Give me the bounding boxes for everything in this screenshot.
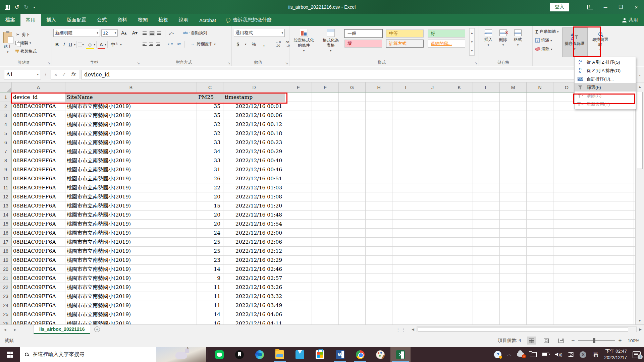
select-all-corner[interactable] bbox=[0, 82, 12, 93]
format-cells-button[interactable]: 格式▾ bbox=[512, 28, 524, 48]
row-header-17[interactable]: 17 bbox=[0, 238, 12, 246]
row-header-9[interactable]: 9 bbox=[0, 165, 12, 174]
column-header-E[interactable]: E bbox=[285, 82, 312, 93]
wrap-text-button[interactable]: ab↩ 自動換列 bbox=[182, 29, 209, 37]
font-name-combo[interactable]: 新細明體▾ bbox=[53, 29, 100, 37]
cell[interactable]: 35 bbox=[197, 111, 223, 120]
taskbar-search-box[interactable]: 在這裡輸入文字來搜尋 bbox=[20, 347, 156, 362]
cell[interactable]: 32 bbox=[197, 129, 223, 138]
cell[interactable]: 08BEAC09FF6A bbox=[12, 147, 65, 156]
paste-dropdown-arrow[interactable]: ▾ bbox=[7, 50, 9, 54]
cell[interactable]: 2022/12/16 02:29 bbox=[223, 256, 285, 264]
cell[interactable]: device_id bbox=[12, 93, 65, 102]
page-layout-view-button[interactable] bbox=[542, 337, 551, 345]
style-normal[interactable]: 一般 bbox=[344, 29, 382, 38]
cell[interactable]: 桃園市市立南勢國小(2019) bbox=[65, 247, 197, 255]
cell[interactable]: 桃園市市立南勢國小(2019) bbox=[65, 147, 197, 156]
column-header-F[interactable]: F bbox=[312, 82, 339, 93]
cell[interactable]: 08BEAC09FF6A bbox=[12, 138, 65, 147]
increase-indent-icon[interactable]: ⇥≡ bbox=[176, 42, 181, 46]
number-dialog-launcher[interactable]: ↘ bbox=[285, 61, 288, 65]
grow-font-button[interactable]: A▴ bbox=[119, 29, 128, 36]
column-header-N[interactable]: N bbox=[527, 82, 553, 93]
column-header-A[interactable]: A bbox=[12, 82, 65, 93]
comma-style-button[interactable]: , bbox=[261, 41, 267, 48]
cell[interactable]: 2022/12/16 00:01 bbox=[223, 102, 285, 111]
cell[interactable]: 08BEAC09FF6A bbox=[12, 210, 65, 219]
empty-cells[interactable] bbox=[285, 220, 635, 228]
customize-qat-icon[interactable]: ▾ bbox=[34, 5, 35, 9]
gallery-more-icon[interactable]: ▼̲ bbox=[470, 46, 474, 55]
tell-me-box[interactable]: 告訴我您想做什麼 bbox=[221, 14, 276, 26]
tab-acrobat[interactable]: Acrobat bbox=[194, 15, 221, 26]
alignment-dialog-launcher[interactable]: ↘ bbox=[228, 61, 230, 65]
cell[interactable]: 2022/12/16 03:26 bbox=[223, 283, 285, 292]
row-header-4[interactable]: 4 bbox=[0, 120, 12, 129]
cell[interactable]: 08BEAC09FF6A bbox=[12, 102, 65, 111]
cell[interactable]: 08BEAC09FF6A bbox=[12, 256, 65, 264]
cell[interactable]: 08BEAC09FF6A bbox=[12, 238, 65, 246]
cell[interactable]: 11 bbox=[197, 301, 223, 310]
autosum-button[interactable]: Σ自動加總▾ bbox=[534, 28, 560, 35]
merge-center-button[interactable]: ↔ 跨欄置中 ▾ bbox=[189, 41, 217, 48]
cell[interactable]: 08BEAC09FF6A bbox=[12, 292, 65, 301]
ime-indicator[interactable]: 易 bbox=[592, 350, 598, 359]
number-format-combo[interactable]: 通用格式▾ bbox=[234, 29, 285, 37]
column-header-K[interactable]: K bbox=[446, 82, 473, 93]
tab-insert[interactable]: 插入 bbox=[41, 14, 61, 26]
reader-taskbar-button[interactable] bbox=[229, 347, 250, 362]
cell[interactable]: 桃園市市立南勢國小(2019) bbox=[65, 192, 197, 201]
cell[interactable]: 08BEAC09FF6A bbox=[12, 265, 65, 274]
spreadsheet-grid[interactable]: ABCDEFGHIJKLMNOP 1device_idSiteNamePM25t… bbox=[0, 82, 635, 324]
column-header-L[interactable]: L bbox=[473, 82, 500, 93]
share-button[interactable]: 共用 bbox=[616, 14, 644, 26]
empty-cells[interactable] bbox=[285, 120, 635, 129]
tab-data[interactable]: 資料 bbox=[112, 14, 132, 26]
find-select-button[interactable]: 尋找與選取 ▾ bbox=[590, 27, 611, 57]
empty-cells[interactable] bbox=[285, 156, 635, 165]
column-header-B[interactable]: B bbox=[65, 82, 197, 93]
cell[interactable]: 23 bbox=[197, 256, 223, 264]
cell[interactable]: 桃園市市立南勢國小(2019) bbox=[65, 201, 197, 210]
paint-taskbar-button[interactable] bbox=[370, 347, 390, 362]
cell[interactable]: 16 bbox=[197, 319, 223, 324]
cell[interactable]: 2022/12/16 03:32 bbox=[223, 292, 285, 301]
camera-tray-icon[interactable] bbox=[568, 352, 574, 357]
empty-cells[interactable] bbox=[285, 165, 635, 174]
empty-cells[interactable] bbox=[285, 192, 635, 201]
close-tray-icon[interactable]: ✕ bbox=[580, 351, 586, 358]
cell[interactable]: 2022/12/16 00:40 bbox=[223, 156, 285, 165]
cell[interactable]: 11 bbox=[197, 283, 223, 292]
cell[interactable]: 2022/12/16 02:12 bbox=[223, 247, 285, 255]
cell[interactable]: 桃園市市立南勢國小(2019) bbox=[65, 111, 197, 120]
empty-cells[interactable] bbox=[285, 201, 635, 210]
cell[interactable]: 08BEAC09FF6A bbox=[12, 165, 65, 174]
close-button[interactable]: × bbox=[629, 0, 644, 14]
edge-taskbar-button[interactable] bbox=[250, 347, 270, 362]
sheet-prev-icon[interactable]: ◂ bbox=[0, 325, 10, 334]
cell[interactable]: 34 bbox=[197, 147, 223, 156]
normal-view-button[interactable] bbox=[527, 337, 536, 345]
chrome-taskbar-button[interactable] bbox=[350, 347, 370, 362]
orientation-button[interactable]: ⤢▾ bbox=[169, 31, 174, 36]
sheet-tab[interactable]: iis_airbox_20221216 bbox=[34, 325, 90, 334]
empty-cells[interactable] bbox=[285, 174, 635, 183]
zoom-in-button[interactable]: + bbox=[619, 337, 622, 344]
cell[interactable]: 2022/12/16 00:18 bbox=[223, 129, 285, 138]
cell[interactable]: 桃園市市立南勢國小(2019) bbox=[65, 210, 197, 219]
sheet-next-icon[interactable]: ▸ bbox=[10, 325, 20, 334]
decrease-decimal-button[interactable]: .00→.0 bbox=[284, 41, 290, 48]
row-header-22[interactable]: 22 bbox=[0, 283, 12, 292]
fill-color-button[interactable]: ◇ bbox=[86, 41, 94, 48]
cell[interactable]: SiteName bbox=[65, 93, 197, 102]
cell[interactable]: 08BEAC09FF6A bbox=[12, 319, 65, 324]
cell[interactable]: 2022/12/16 00:51 bbox=[223, 174, 285, 183]
tab-review[interactable]: 校閱 bbox=[132, 14, 153, 26]
cell[interactable]: 桃園市市立南勢國小(2019) bbox=[65, 165, 197, 174]
tab-home[interactable]: 常用 bbox=[20, 14, 41, 26]
cell[interactable]: 08BEAC09FF6A bbox=[12, 192, 65, 201]
cell[interactable]: 桃園市市立南勢國小(2019) bbox=[65, 138, 197, 147]
volume-icon[interactable]: ))) bbox=[555, 353, 562, 357]
cell[interactable]: 2022/12/16 02:00 bbox=[223, 229, 285, 237]
row-header-21[interactable]: 21 bbox=[0, 274, 12, 283]
